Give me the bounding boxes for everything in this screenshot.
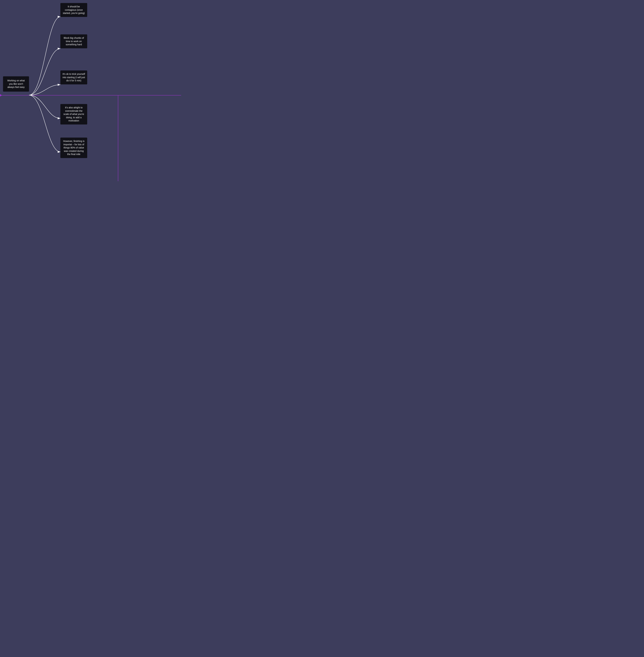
node-2[interactable]: Block big chunks of time to work on some… [60,35,87,48]
node-5[interactable]: However, finishing is importat – for lot… [60,138,87,158]
node-1[interactable]: It should be contagious (once started, y… [60,3,87,17]
root-node[interactable]: Working on what you like won't always fe… [3,76,29,92]
node-1-text: It should be contagious (once started, y… [62,5,85,15]
node-5-text: However, finishing is importat – for lot… [62,140,85,156]
node-3-text: It's ok to trick yourself into starting … [62,72,85,82]
node-4-text: It's also alright to overestimate the sc… [62,106,85,122]
node-4[interactable]: It's also alright to overestimate the sc… [60,104,87,124]
node-3[interactable]: It's ok to trick yourself into starting … [60,70,87,84]
root-node-text: Working on what you like won't always fe… [6,79,26,89]
left-arrow-icon [0,94,2,96]
node-2-text: Block big chunks of time to work on some… [62,37,85,46]
vertical-line [118,95,118,181]
horizontal-line [0,95,181,95]
mind-map-canvas: Working on what you like won't always fe… [0,0,181,181]
